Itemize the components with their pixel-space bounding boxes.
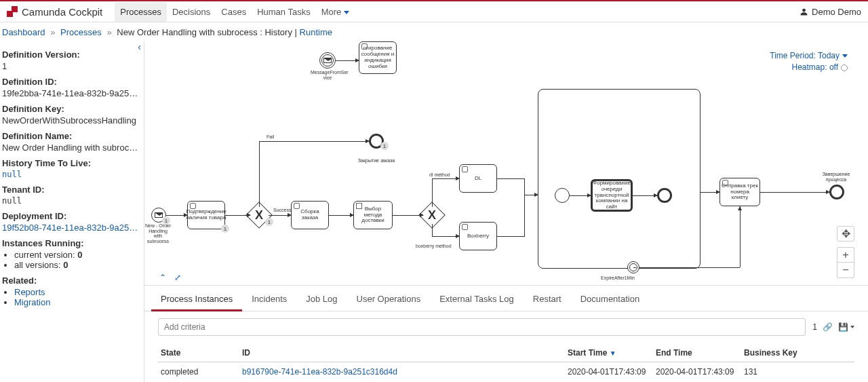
- def-deployment[interactable]: 19f52b08-741e-11ea-832b-9a251c31...: [2, 223, 140, 233]
- user-icon: [800, 7, 808, 16]
- end-event[interactable]: [829, 185, 844, 199]
- zoom-in-button[interactable]: +: [837, 247, 854, 263]
- nav-cases[interactable]: Cases: [216, 2, 252, 22]
- nav-more[interactable]: More: [316, 2, 355, 22]
- lbl-dl: dl method: [429, 172, 450, 178]
- zoom-out-button[interactable]: −: [837, 263, 854, 278]
- col-state[interactable]: State: [158, 344, 239, 362]
- message-event[interactable]: [319, 52, 336, 69]
- def-httl-label: History Time To Live:: [2, 158, 140, 168]
- link-icon[interactable]: 🔗: [823, 322, 833, 332]
- sub-start[interactable]: [555, 188, 570, 203]
- col-bkey[interactable]: Business Key: [741, 344, 854, 362]
- cell-state: completed: [158, 362, 239, 382]
- expand-diagram-icon[interactable]: ⤢: [174, 273, 181, 282]
- bpmn-diagram[interactable]: Time Period: Today Heatmap: off MessageF…: [144, 41, 868, 286]
- link-reports[interactable]: Reports: [14, 287, 45, 297]
- task-track[interactable]: Отправка трек номера клиету: [719, 178, 760, 206]
- breadcrumb-processes[interactable]: Processes: [60, 27, 102, 37]
- cell-start: 2020-04-01T17:43:09: [565, 362, 653, 382]
- task-assembly[interactable]: Сборка заказа: [291, 201, 329, 229]
- tab-process-instances[interactable]: Process Instances: [151, 288, 242, 311]
- lbl-boxberry: boxberry method: [416, 244, 452, 249]
- running-all: all versions: 0: [14, 260, 140, 270]
- breadcrumb-current: New Order Handling with subrocess : Hist…: [117, 27, 292, 37]
- sidebar: ‹ Definition Version: 1 Definition ID: 1…: [0, 41, 144, 382]
- page-number: 1: [812, 322, 817, 332]
- header: Camunda Cockpit Processes Decisions Case…: [0, 1, 868, 22]
- def-version-label: Definition Version:: [2, 50, 140, 60]
- tabs: Process Instances Incidents Job Log User…: [144, 288, 868, 311]
- running-current: current version: 0: [14, 250, 140, 260]
- nav-processes[interactable]: Processes: [115, 2, 167, 22]
- lbl-fail: Fail: [267, 134, 274, 140]
- breadcrumb-dashboard[interactable]: Dashboard: [2, 27, 45, 37]
- cell-bkey: 131: [741, 362, 854, 382]
- cell-end: 2020-04-01T17:43:09: [653, 362, 741, 382]
- cell-id[interactable]: b916790e-741e-11ea-832b-9a251c316d4d: [239, 362, 565, 382]
- def-id: 19fe2bba-741e-11ea-832b-9a251c31...: [2, 88, 140, 98]
- nav-human-tasks[interactable]: Human Tasks: [252, 2, 316, 22]
- save-menu-icon[interactable]: 💾: [838, 322, 854, 332]
- main-nav: Processes Decisions Cases Human Tasks Mo…: [115, 2, 355, 22]
- tab-documentation[interactable]: Documentation: [571, 288, 649, 311]
- def-httl[interactable]: null: [2, 170, 140, 179]
- def-tenant-label: Tenant ID:: [2, 185, 140, 195]
- breadcrumb-runtime[interactable]: Runtime: [300, 27, 332, 37]
- timer-event[interactable]: [627, 261, 639, 273]
- instances-table: State ID Start Time ▼ End Time Business …: [158, 344, 854, 381]
- collapse-sidebar-icon[interactable]: ‹: [138, 41, 141, 52]
- tab-ext-tasks[interactable]: External Tasks Log: [430, 288, 524, 311]
- task-boxberry[interactable]: Boxberry: [459, 222, 497, 250]
- tab-incidents[interactable]: Incidents: [242, 288, 296, 311]
- breadcrumb: Dashboard » Processes » New Order Handli…: [0, 22, 868, 41]
- brand[interactable]: Camunda Cockpit: [7, 6, 102, 18]
- def-name: New Order Handling with subrocess: [2, 142, 140, 153]
- task-delivery[interactable]: Выбор метода доставки: [353, 201, 393, 229]
- user-menu[interactable]: Demo Demo: [800, 7, 861, 17]
- sort-desc-icon: ▼: [610, 349, 616, 357]
- def-running-label: Instances Running:: [2, 238, 140, 248]
- def-version: 1: [2, 61, 140, 71]
- link-migration[interactable]: Migration: [14, 297, 50, 307]
- lbl-msgservice: MessageFromSer vice: [311, 70, 344, 80]
- task-log[interactable]: огирование сообщения и индикация ошибки: [359, 41, 397, 74]
- logo-icon: [7, 6, 18, 17]
- table-row[interactable]: completed b916790e-741e-11ea-832b-9a251c…: [158, 362, 854, 382]
- lbl-expire: ExpireAfter1Min: [597, 275, 638, 281]
- def-name-label: Definition Name:: [2, 131, 140, 141]
- filter-input[interactable]: [158, 318, 806, 336]
- tab-restart[interactable]: Restart: [524, 288, 571, 311]
- col-end[interactable]: End Time: [653, 344, 741, 362]
- collapse-diagram-icon[interactable]: ⌃: [159, 273, 166, 282]
- nav-decisions[interactable]: Decisions: [167, 2, 216, 22]
- lbl-start: New - Order Handling with subrocess: [144, 223, 172, 244]
- def-tenant: null: [2, 196, 140, 206]
- sub-end[interactable]: [657, 188, 672, 203]
- tab-job-log[interactable]: Job Log: [296, 288, 347, 311]
- def-related-label: Related:: [2, 275, 140, 286]
- def-key: NewOrderWithSubrocessHandling: [2, 115, 140, 126]
- lbl-close: Закрытие заказа: [356, 158, 397, 164]
- def-key-label: Definition Key:: [2, 104, 140, 114]
- def-id-label: Definition ID:: [2, 77, 140, 87]
- tab-user-ops[interactable]: User Operations: [347, 288, 431, 311]
- lbl-success: Success: [273, 208, 291, 213]
- col-id[interactable]: ID: [239, 344, 565, 362]
- col-start[interactable]: Start Time ▼: [565, 344, 653, 362]
- def-deployment-label: Deployment ID:: [2, 211, 140, 221]
- task-queue[interactable]: Формирование очереди транспортной компан…: [591, 179, 633, 212]
- move-icon[interactable]: ✥: [837, 226, 854, 242]
- user-name: Demo Demo: [812, 7, 861, 17]
- task-dl[interactable]: DL: [459, 164, 497, 193]
- lbl-end: Завершение процесса: [821, 172, 851, 182]
- task-confirm[interactable]: Подтверждение наличия товара: [187, 201, 225, 229]
- brand-text: Camunda Cockpit: [22, 6, 102, 18]
